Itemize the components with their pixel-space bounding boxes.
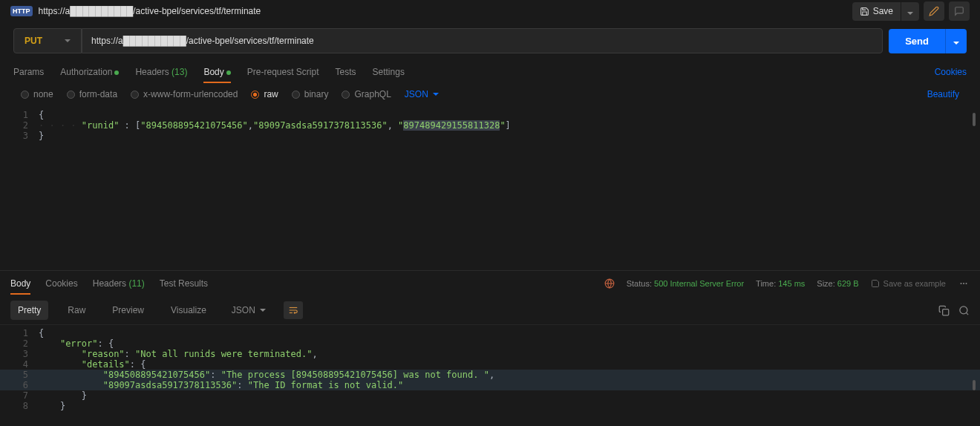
beautify-link[interactable]: Beautify <box>927 89 959 99</box>
comment-icon <box>954 6 964 16</box>
send-button-group: Send <box>889 29 967 53</box>
send-dropdown[interactable] <box>945 29 967 53</box>
save-button-group: Save <box>852 2 919 21</box>
chevron-down-icon <box>953 42 959 45</box>
save-icon <box>871 279 880 288</box>
response-view-row: Pretty Raw Preview Visualize JSON <box>0 296 980 325</box>
view-visualize[interactable]: Visualize <box>163 301 214 320</box>
request-tabs: Params Authorization Headers (13) Body P… <box>0 59 980 82</box>
radio-icon <box>21 91 29 99</box>
send-button[interactable]: Send <box>889 29 945 53</box>
tab-headers[interactable]: Headers (13) <box>135 62 187 82</box>
tab-bar: HTTP https://a██████████/active-bpel/ser… <box>0 0 980 22</box>
status-dot-icon <box>114 71 119 75</box>
body-type-row: none form-data x-www-form-urlencoded raw… <box>0 82 980 107</box>
radio-icon <box>342 91 350 99</box>
pencil-icon <box>929 6 939 16</box>
response-lang-select[interactable]: JSON <box>226 302 272 318</box>
save-as-example[interactable]: Save as example <box>871 279 946 288</box>
save-icon <box>860 7 869 16</box>
status-dot-icon <box>226 71 231 75</box>
wrap-icon <box>288 305 298 315</box>
tab-settings[interactable]: Settings <box>373 62 405 82</box>
radio-graphql[interactable]: GraphQL <box>342 89 391 99</box>
tab-authorization[interactable]: Authorization <box>60 62 119 82</box>
scrollbar[interactable] <box>973 380 976 390</box>
radio-icon <box>131 91 139 99</box>
radio-binary[interactable]: binary <box>292 89 329 99</box>
svg-point-3 <box>963 283 964 284</box>
scrollbar[interactable] <box>973 113 976 126</box>
svg-point-8 <box>960 306 967 313</box>
radio-none[interactable]: none <box>21 89 53 99</box>
more-icon[interactable] <box>958 279 970 288</box>
wrap-lines-button[interactable] <box>284 301 303 319</box>
save-label: Save <box>873 6 893 16</box>
svg-rect-7 <box>943 309 949 315</box>
method-label: PUT <box>24 36 42 46</box>
globe-error-icon[interactable] <box>604 278 615 289</box>
save-dropdown[interactable] <box>901 2 919 21</box>
view-pretty[interactable]: Pretty <box>10 301 48 320</box>
response-body-editor[interactable]: 1{ 2 "error": { 3 "reason": "Not all run… <box>0 325 980 414</box>
url-input[interactable]: https://a██████████/active-bpel/services… <box>82 28 883 53</box>
resp-tab-body[interactable]: Body <box>10 275 30 292</box>
copy-icon[interactable] <box>938 305 950 316</box>
tab-body[interactable]: Body <box>203 62 230 82</box>
view-raw[interactable]: Raw <box>60 301 93 320</box>
response-tabs: Body Cookies Headers (11) Test Results S… <box>0 271 980 296</box>
chevron-down-icon <box>65 39 71 42</box>
http-badge-icon: HTTP <box>10 6 33 16</box>
save-button[interactable]: Save <box>852 2 901 21</box>
request-tab-title[interactable]: https://a██████████/active-bpel/services… <box>39 6 261 16</box>
radio-raw[interactable]: raw <box>251 89 278 99</box>
svg-point-2 <box>961 283 962 284</box>
request-body-editor[interactable]: 1{ 2· · · · "runid" : ["8945088954210754… <box>0 107 980 144</box>
view-preview[interactable]: Preview <box>105 301 151 320</box>
edit-button[interactable] <box>924 1 944 21</box>
method-select[interactable]: PUT <box>13 28 82 53</box>
radio-icon <box>251 91 259 99</box>
comment-button[interactable] <box>949 1 970 21</box>
svg-line-9 <box>966 312 968 315</box>
request-row: PUT https://a██████████/active-bpel/serv… <box>0 22 980 59</box>
chevron-down-icon <box>907 12 913 15</box>
radio-formdata[interactable]: form-data <box>67 89 117 99</box>
chevron-down-icon <box>433 93 439 96</box>
resp-tab-headers[interactable]: Headers (11) <box>93 275 145 292</box>
tab-params[interactable]: Params <box>13 62 44 82</box>
tab-prerequest[interactable]: Pre-request Script <box>247 62 319 82</box>
radio-icon <box>292 91 300 99</box>
cookies-link[interactable]: Cookies <box>935 67 967 77</box>
chevron-down-icon <box>260 309 266 312</box>
search-icon[interactable] <box>958 305 970 316</box>
radio-urlencoded[interactable]: x-www-form-urlencoded <box>131 89 238 99</box>
svg-point-4 <box>966 283 967 284</box>
resp-tab-tests[interactable]: Test Results <box>160 275 208 292</box>
response-meta: Status: 500 Internal Server Error Time: … <box>604 278 970 289</box>
tab-tests[interactable]: Tests <box>336 62 356 82</box>
resp-tab-cookies[interactable]: Cookies <box>45 275 77 292</box>
radio-icon <box>67 91 75 99</box>
body-lang-select[interactable]: JSON <box>405 89 439 99</box>
